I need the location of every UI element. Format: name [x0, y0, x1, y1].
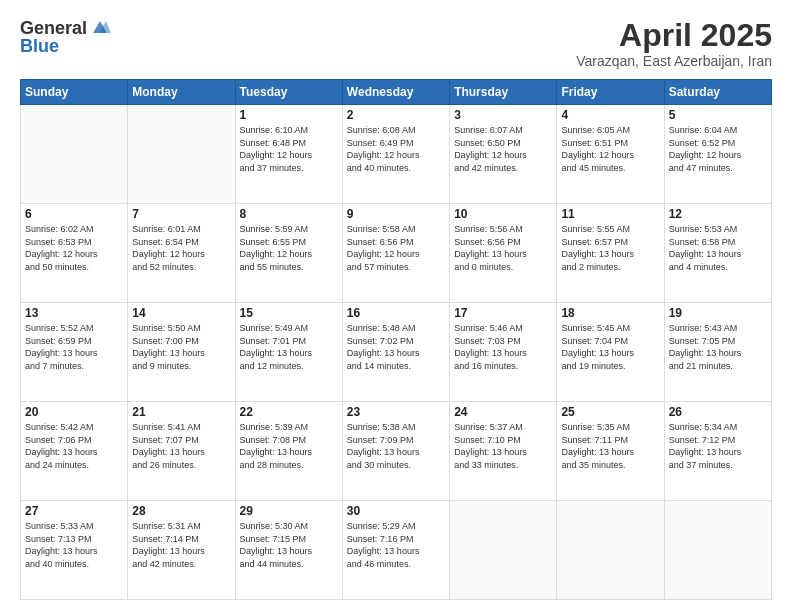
calendar-week-1: 1Sunrise: 6:10 AMSunset: 6:48 PMDaylight… — [21, 105, 772, 204]
weekday-header-monday: Monday — [128, 80, 235, 105]
calendar-cell — [557, 501, 664, 600]
day-number: 30 — [347, 504, 445, 518]
weekday-header-saturday: Saturday — [664, 80, 771, 105]
day-number: 28 — [132, 504, 230, 518]
cell-content: Sunrise: 5:48 AMSunset: 7:02 PMDaylight:… — [347, 322, 445, 372]
logo-blue-text: Blue — [20, 36, 59, 57]
cell-content: Sunrise: 6:10 AMSunset: 6:48 PMDaylight:… — [240, 124, 338, 174]
cell-content: Sunrise: 5:46 AMSunset: 7:03 PMDaylight:… — [454, 322, 552, 372]
cell-content: Sunrise: 5:37 AMSunset: 7:10 PMDaylight:… — [454, 421, 552, 471]
cell-content: Sunrise: 5:49 AMSunset: 7:01 PMDaylight:… — [240, 322, 338, 372]
day-number: 2 — [347, 108, 445, 122]
calendar-cell: 13Sunrise: 5:52 AMSunset: 6:59 PMDayligh… — [21, 303, 128, 402]
weekday-header-row: SundayMondayTuesdayWednesdayThursdayFrid… — [21, 80, 772, 105]
calendar-cell — [21, 105, 128, 204]
calendar-cell — [450, 501, 557, 600]
cell-content: Sunrise: 6:01 AMSunset: 6:54 PMDaylight:… — [132, 223, 230, 273]
day-number: 27 — [25, 504, 123, 518]
calendar-cell: 8Sunrise: 5:59 AMSunset: 6:55 PMDaylight… — [235, 204, 342, 303]
calendar-table: SundayMondayTuesdayWednesdayThursdayFrid… — [20, 79, 772, 600]
cell-content: Sunrise: 6:05 AMSunset: 6:51 PMDaylight:… — [561, 124, 659, 174]
day-number: 20 — [25, 405, 123, 419]
day-number: 22 — [240, 405, 338, 419]
day-number: 7 — [132, 207, 230, 221]
calendar-week-5: 27Sunrise: 5:33 AMSunset: 7:13 PMDayligh… — [21, 501, 772, 600]
calendar-cell: 10Sunrise: 5:56 AMSunset: 6:56 PMDayligh… — [450, 204, 557, 303]
day-number: 25 — [561, 405, 659, 419]
calendar-week-2: 6Sunrise: 6:02 AMSunset: 6:53 PMDaylight… — [21, 204, 772, 303]
calendar-cell: 24Sunrise: 5:37 AMSunset: 7:10 PMDayligh… — [450, 402, 557, 501]
cell-content: Sunrise: 5:34 AMSunset: 7:12 PMDaylight:… — [669, 421, 767, 471]
cell-content: Sunrise: 5:42 AMSunset: 7:06 PMDaylight:… — [25, 421, 123, 471]
cell-content: Sunrise: 5:53 AMSunset: 6:58 PMDaylight:… — [669, 223, 767, 273]
cell-content: Sunrise: 6:07 AMSunset: 6:50 PMDaylight:… — [454, 124, 552, 174]
day-number: 29 — [240, 504, 338, 518]
calendar-cell: 12Sunrise: 5:53 AMSunset: 6:58 PMDayligh… — [664, 204, 771, 303]
calendar-cell: 3Sunrise: 6:07 AMSunset: 6:50 PMDaylight… — [450, 105, 557, 204]
logo: General Blue — [20, 18, 111, 57]
header: General Blue April 2025 Varazqan, East A… — [20, 18, 772, 69]
calendar-cell: 4Sunrise: 6:05 AMSunset: 6:51 PMDaylight… — [557, 105, 664, 204]
calendar-week-4: 20Sunrise: 5:42 AMSunset: 7:06 PMDayligh… — [21, 402, 772, 501]
day-number: 1 — [240, 108, 338, 122]
day-number: 15 — [240, 306, 338, 320]
calendar-cell: 28Sunrise: 5:31 AMSunset: 7:14 PMDayligh… — [128, 501, 235, 600]
cell-content: Sunrise: 5:59 AMSunset: 6:55 PMDaylight:… — [240, 223, 338, 273]
cell-content: Sunrise: 5:39 AMSunset: 7:08 PMDaylight:… — [240, 421, 338, 471]
calendar-cell: 23Sunrise: 5:38 AMSunset: 7:09 PMDayligh… — [342, 402, 449, 501]
calendar-cell: 21Sunrise: 5:41 AMSunset: 7:07 PMDayligh… — [128, 402, 235, 501]
cell-content: Sunrise: 5:52 AMSunset: 6:59 PMDaylight:… — [25, 322, 123, 372]
calendar-cell — [128, 105, 235, 204]
day-number: 3 — [454, 108, 552, 122]
day-number: 26 — [669, 405, 767, 419]
calendar-cell: 15Sunrise: 5:49 AMSunset: 7:01 PMDayligh… — [235, 303, 342, 402]
calendar-cell: 6Sunrise: 6:02 AMSunset: 6:53 PMDaylight… — [21, 204, 128, 303]
day-number: 14 — [132, 306, 230, 320]
day-number: 19 — [669, 306, 767, 320]
logo-icon — [89, 19, 111, 37]
calendar-cell: 1Sunrise: 6:10 AMSunset: 6:48 PMDaylight… — [235, 105, 342, 204]
day-number: 9 — [347, 207, 445, 221]
calendar-cell: 14Sunrise: 5:50 AMSunset: 7:00 PMDayligh… — [128, 303, 235, 402]
weekday-header-wednesday: Wednesday — [342, 80, 449, 105]
calendar-cell: 19Sunrise: 5:43 AMSunset: 7:05 PMDayligh… — [664, 303, 771, 402]
weekday-header-sunday: Sunday — [21, 80, 128, 105]
day-number: 12 — [669, 207, 767, 221]
calendar-cell: 27Sunrise: 5:33 AMSunset: 7:13 PMDayligh… — [21, 501, 128, 600]
day-number: 8 — [240, 207, 338, 221]
day-number: 11 — [561, 207, 659, 221]
cell-content: Sunrise: 5:56 AMSunset: 6:56 PMDaylight:… — [454, 223, 552, 273]
cell-content: Sunrise: 5:43 AMSunset: 7:05 PMDaylight:… — [669, 322, 767, 372]
day-number: 21 — [132, 405, 230, 419]
title-block: April 2025 Varazqan, East Azerbaijan, Ir… — [576, 18, 772, 69]
cell-content: Sunrise: 6:04 AMSunset: 6:52 PMDaylight:… — [669, 124, 767, 174]
cell-content: Sunrise: 5:45 AMSunset: 7:04 PMDaylight:… — [561, 322, 659, 372]
day-number: 6 — [25, 207, 123, 221]
cell-content: Sunrise: 6:02 AMSunset: 6:53 PMDaylight:… — [25, 223, 123, 273]
cell-content: Sunrise: 5:55 AMSunset: 6:57 PMDaylight:… — [561, 223, 659, 273]
calendar-cell — [664, 501, 771, 600]
title-location: Varazqan, East Azerbaijan, Iran — [576, 53, 772, 69]
day-number: 23 — [347, 405, 445, 419]
calendar-cell: 2Sunrise: 6:08 AMSunset: 6:49 PMDaylight… — [342, 105, 449, 204]
weekday-header-thursday: Thursday — [450, 80, 557, 105]
cell-content: Sunrise: 5:38 AMSunset: 7:09 PMDaylight:… — [347, 421, 445, 471]
calendar-cell: 16Sunrise: 5:48 AMSunset: 7:02 PMDayligh… — [342, 303, 449, 402]
cell-content: Sunrise: 5:30 AMSunset: 7:15 PMDaylight:… — [240, 520, 338, 570]
day-number: 5 — [669, 108, 767, 122]
cell-content: Sunrise: 5:58 AMSunset: 6:56 PMDaylight:… — [347, 223, 445, 273]
cell-content: Sunrise: 5:31 AMSunset: 7:14 PMDaylight:… — [132, 520, 230, 570]
calendar-week-3: 13Sunrise: 5:52 AMSunset: 6:59 PMDayligh… — [21, 303, 772, 402]
day-number: 17 — [454, 306, 552, 320]
calendar-cell: 26Sunrise: 5:34 AMSunset: 7:12 PMDayligh… — [664, 402, 771, 501]
page: General Blue April 2025 Varazqan, East A… — [0, 0, 792, 612]
cell-content: Sunrise: 6:08 AMSunset: 6:49 PMDaylight:… — [347, 124, 445, 174]
cell-content: Sunrise: 5:29 AMSunset: 7:16 PMDaylight:… — [347, 520, 445, 570]
calendar-cell: 5Sunrise: 6:04 AMSunset: 6:52 PMDaylight… — [664, 105, 771, 204]
day-number: 4 — [561, 108, 659, 122]
calendar-cell: 18Sunrise: 5:45 AMSunset: 7:04 PMDayligh… — [557, 303, 664, 402]
calendar-cell: 17Sunrise: 5:46 AMSunset: 7:03 PMDayligh… — [450, 303, 557, 402]
calendar-cell: 11Sunrise: 5:55 AMSunset: 6:57 PMDayligh… — [557, 204, 664, 303]
calendar-cell: 9Sunrise: 5:58 AMSunset: 6:56 PMDaylight… — [342, 204, 449, 303]
cell-content: Sunrise: 5:41 AMSunset: 7:07 PMDaylight:… — [132, 421, 230, 471]
